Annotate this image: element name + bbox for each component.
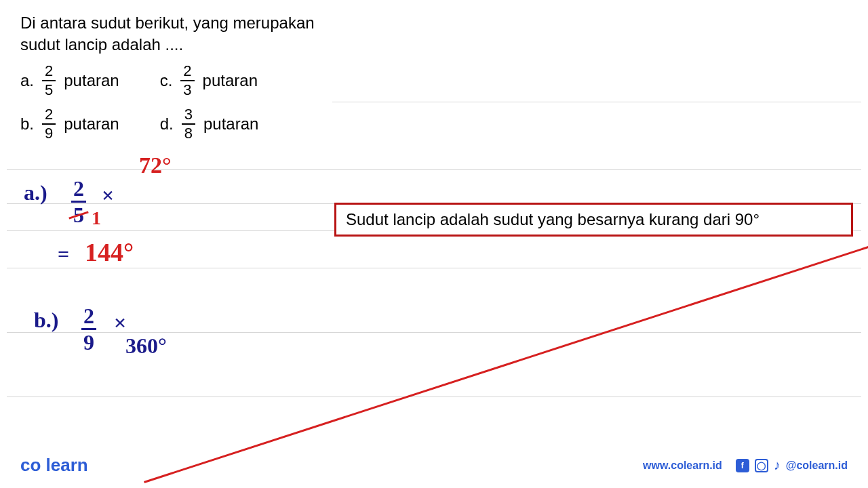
work-a-360: 360° bbox=[125, 333, 868, 359]
work-b-times: × bbox=[114, 310, 126, 336]
work-a-fraction: 2 5 bbox=[71, 176, 86, 226]
work-72: 72° bbox=[139, 152, 172, 178]
notebook-lines bbox=[7, 102, 861, 441]
work-b-label: b.) bbox=[34, 308, 58, 333]
footer-right: www.colearn.id f ◯ ♪ @colearn.id bbox=[643, 458, 848, 473]
question-line-2: sudut lancip adalah .... bbox=[20, 35, 848, 54]
work-a-times: × bbox=[102, 183, 114, 208]
option-c-label: putaran bbox=[203, 71, 258, 90]
work-a-label: a.) bbox=[24, 180, 47, 205]
social-block: f ◯ ♪ @colearn.id bbox=[736, 458, 848, 473]
option-c-fraction: 2 3 bbox=[180, 64, 194, 98]
footer: co learn www.colearn.id f ◯ ♪ @colearn.i… bbox=[0, 455, 868, 476]
logo: co learn bbox=[20, 455, 88, 476]
work-a-result: 144° bbox=[85, 237, 134, 267]
option-a-letter: a. bbox=[20, 71, 34, 90]
work-a-one: 1 bbox=[92, 207, 101, 229]
definition-text: Sudut lancip adalah sudut yang besarnya … bbox=[346, 210, 760, 229]
social-handle: @colearn.id bbox=[786, 460, 848, 472]
work-b-fraction: 2 9 bbox=[81, 304, 96, 353]
question-line-1: Di antara sudut berikut, yang merupakan bbox=[20, 14, 848, 33]
option-a: a. 2 5 putaran bbox=[20, 64, 119, 98]
definition-box: Sudut lancip adalah sudut yang besarnya … bbox=[334, 203, 853, 237]
tiktok-icon: ♪ bbox=[774, 458, 781, 473]
option-a-label: putaran bbox=[64, 71, 119, 90]
option-a-fraction: 2 5 bbox=[42, 64, 56, 98]
option-c: c. 2 3 putaran bbox=[160, 64, 258, 98]
facebook-icon: f bbox=[736, 459, 749, 472]
website-url: www.colearn.id bbox=[643, 460, 722, 472]
option-c-letter: c. bbox=[160, 71, 173, 90]
work-a-eq: = bbox=[58, 243, 69, 266]
options-row-1: a. 2 5 putaran c. 2 3 putaran bbox=[20, 64, 848, 98]
instagram-icon: ◯ bbox=[755, 459, 768, 472]
